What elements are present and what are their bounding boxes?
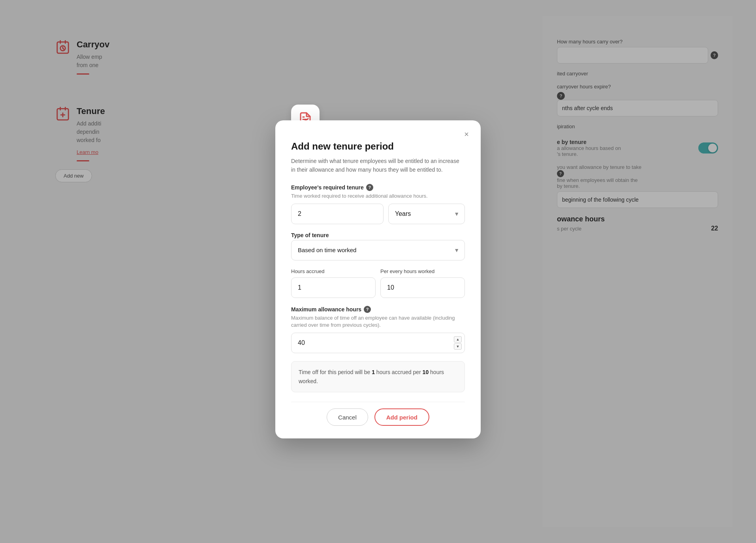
tenure-unit-select[interactable]: Years Months Days xyxy=(388,204,465,224)
max-allowance-input[interactable] xyxy=(291,333,465,353)
type-of-tenure-label: Type of tenure xyxy=(291,232,465,238)
hours-accrued-input[interactable] xyxy=(291,277,376,298)
stepper-up-button[interactable]: ▲ xyxy=(454,336,462,343)
employee-tenure-label: Employee's required tenure ? xyxy=(291,184,465,191)
tenure-unit-select-wrap: Years Months Days ▼ xyxy=(388,204,465,224)
max-allowance-group: Maximum allowance hours ? Maximum balanc… xyxy=(291,306,465,353)
per-every-hours-label: Per every hours worked xyxy=(380,268,465,274)
max-allowance-help-icon[interactable]: ? xyxy=(364,306,371,313)
modal: × Add new tenure period Determine with w… xyxy=(275,120,481,438)
hours-accrued-col: Hours accrued xyxy=(291,268,376,298)
add-period-button[interactable]: Add period xyxy=(374,408,429,426)
modal-overlay: × Add new tenure period Determine with w… xyxy=(0,0,756,543)
modal-container: × Add new tenure period Determine with w… xyxy=(275,120,481,438)
type-of-tenure-select[interactable]: Based on time worked Based on hire date xyxy=(291,240,465,260)
modal-footer: Cancel Add period xyxy=(291,402,465,426)
modal-description: Determine with what tenure employees wil… xyxy=(291,157,465,174)
hours-accrued-label: Hours accrued xyxy=(291,268,376,274)
max-allowance-label: Maximum allowance hours ? xyxy=(291,306,465,313)
cancel-button[interactable]: Cancel xyxy=(327,408,368,426)
type-of-tenure-select-wrap: Based on time worked Based on hire date … xyxy=(291,240,465,260)
hours-fields-group: Hours accrued Per every hours worked xyxy=(291,268,465,298)
stepper-down-button[interactable]: ▼ xyxy=(454,343,462,350)
tenure-value-input[interactable] xyxy=(291,204,384,224)
per-every-hours-input[interactable] xyxy=(380,277,465,298)
employee-tenure-help-icon[interactable]: ? xyxy=(366,184,373,191)
max-allowance-stepper-wrap: ▲ ▼ xyxy=(291,333,465,353)
max-allowance-sublabel: Maximum balance of time off an employee … xyxy=(291,315,465,329)
tenure-inputs-row: Years Months Days ▼ xyxy=(291,204,465,224)
stepper-buttons: ▲ ▼ xyxy=(454,336,462,350)
employee-tenure-sublabel: Time worked required to receive addition… xyxy=(291,193,465,200)
modal-title: Add new tenure period xyxy=(291,141,465,152)
type-of-tenure-group: Type of tenure Based on time worked Base… xyxy=(291,232,465,260)
per-every-hours-col: Per every hours worked xyxy=(380,268,465,298)
close-button[interactable]: × xyxy=(460,128,473,141)
info-box: Time off for this period will be 1 hours… xyxy=(291,361,465,392)
employee-tenure-group: Employee's required tenure ? Time worked… xyxy=(291,184,465,224)
